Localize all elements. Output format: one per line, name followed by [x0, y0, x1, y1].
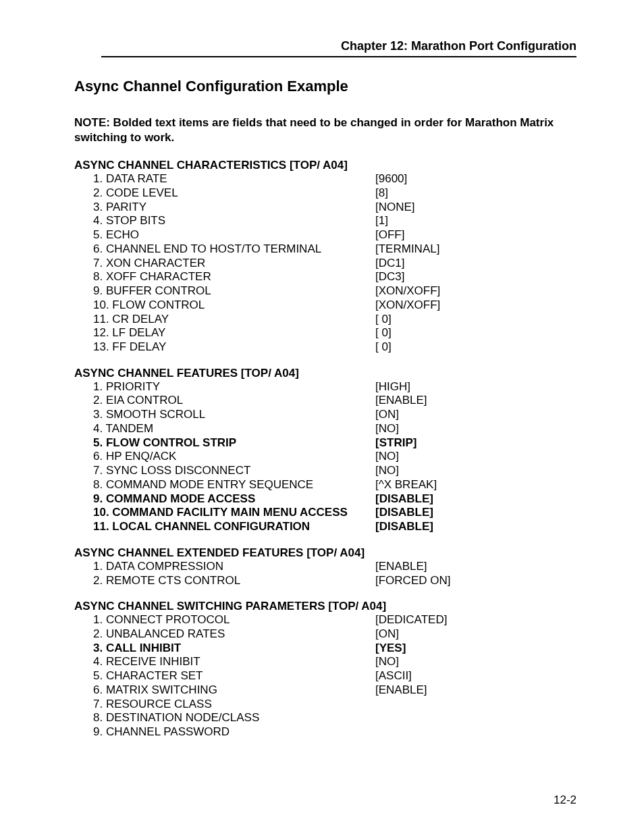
config-row: 9. BUFFER CONTROL[XON/XOFF]	[93, 284, 576, 298]
config-row: 4. TANDEM[NO]	[93, 422, 576, 436]
config-row: 6. CHANNEL END TO HOST/TO TERMINAL[TERMI…	[93, 242, 576, 257]
config-row: 5. CHARACTER SET[ASCII]	[93, 669, 576, 683]
config-value: [NONE]	[375, 201, 415, 215]
config-value: [DEDICATED]	[375, 613, 447, 627]
config-value: [ 0]	[375, 313, 392, 327]
document-page: Chapter 12: Marathon Port Configuration …	[0, 0, 644, 834]
config-row: 1. DATA RATE[9600]	[93, 172, 576, 186]
config-value: [ENABLE]	[375, 394, 427, 408]
config-label: 12. LF DELAY	[93, 326, 375, 340]
config-value: [STRIP]	[375, 436, 417, 450]
config-value: [HIGH]	[375, 380, 410, 394]
config-row: 11. CR DELAY[ 0]	[93, 313, 576, 327]
section-heading: ASYNC CHANNEL SWITCHING PARAMETERS [TOP/…	[74, 600, 576, 613]
config-value: [DISABLE]	[375, 520, 433, 534]
config-label: 7. SYNC LOSS DISCONNECT	[93, 464, 375, 478]
config-row: 13. FF DELAY[ 0]	[93, 340, 576, 355]
config-label: 11. CR DELAY	[93, 313, 375, 327]
config-value: [DISABLE]	[375, 492, 433, 506]
config-label: 8. DESTINATION NODE/CLASS	[93, 711, 375, 725]
config-row: 5. ECHO[OFF]	[93, 228, 576, 242]
config-label: 2. CODE LEVEL	[93, 186, 375, 201]
config-label: 1. DATA RATE	[93, 172, 375, 186]
config-row: 2. EIA CONTROL[ENABLE]	[93, 394, 576, 408]
config-row: 8. XOFF CHARACTER[DC3]	[93, 270, 576, 284]
config-value: [1]	[375, 214, 388, 228]
config-label: 11. LOCAL CHANNEL CONFIGURATION	[93, 520, 375, 534]
config-row: 2. REMOTE CTS CONTROL[FORCED ON]	[93, 574, 576, 588]
config-row: 1. DATA COMPRESSION[ENABLE]	[93, 560, 576, 574]
config-label: 9. CHANNEL PASSWORD	[93, 725, 375, 739]
config-value: [ 0]	[375, 326, 392, 340]
config-value: [DISABLE]	[375, 506, 433, 520]
config-label: 2. UNBALANCED RATES	[93, 627, 375, 642]
chapter-header: Chapter 12: Marathon Port Configuration	[74, 39, 576, 53]
config-label: 5. FLOW CONTROL STRIP	[93, 436, 375, 450]
config-label: 4. STOP BITS	[93, 214, 375, 228]
page-title: Async Channel Configuration Example	[74, 78, 576, 95]
config-value: [ENABLE]	[375, 560, 427, 574]
config-row: 8. COMMAND MODE ENTRY SEQUENCE[^X BREAK]	[93, 478, 576, 492]
config-value: [FORCED ON]	[375, 574, 450, 588]
config-label: 1. CONNECT PROTOCOL	[93, 613, 375, 627]
config-row: 9. COMMAND MODE ACCESS[DISABLE]	[93, 492, 576, 506]
config-row: 6. HP ENQ/ACK[NO]	[93, 450, 576, 464]
config-value: [DC1]	[375, 257, 404, 271]
config-row: 11. LOCAL CHANNEL CONFIGURATION[DISABLE]	[93, 520, 576, 534]
config-label: 8. XOFF CHARACTER	[93, 270, 375, 284]
config-label: 2. REMOTE CTS CONTROL	[93, 574, 375, 588]
config-value: [NO]	[375, 450, 399, 464]
config-value: [8]	[375, 186, 388, 201]
config-row: 4. STOP BITS[1]	[93, 214, 576, 228]
config-label: 3. CALL INHIBIT	[93, 642, 375, 656]
config-row: 7. RESOURCE CLASS	[93, 698, 576, 712]
config-value: [ 0]	[375, 340, 392, 355]
config-label: 1. PRIORITY	[93, 380, 375, 394]
config-value: [ON]	[375, 408, 399, 422]
config-value: [TERMINAL]	[375, 242, 439, 257]
config-label: 1. DATA COMPRESSION	[93, 560, 375, 574]
page-number: 12-2	[74, 793, 576, 807]
config-label: 9. BUFFER CONTROL	[93, 284, 375, 298]
config-row: 12. LF DELAY[ 0]	[93, 326, 576, 340]
config-row: 1. CONNECT PROTOCOL[DEDICATED]	[93, 613, 576, 627]
config-row: 3. CALL INHIBIT[YES]	[93, 642, 576, 656]
config-row: 4. RECEIVE INHIBIT[NO]	[93, 655, 576, 669]
config-label: 13. FF DELAY	[93, 340, 375, 355]
note-text: NOTE: Bolded text items are fields that …	[74, 115, 576, 145]
config-value: [NO]	[375, 655, 399, 669]
config-value: [^X BREAK]	[375, 478, 437, 492]
config-value: [NO]	[375, 464, 399, 478]
config-row: 10. FLOW CONTROL[XON/XOFF]	[93, 298, 576, 313]
section-heading: ASYNC CHANNEL FEATURES [TOP/ A04]	[74, 367, 576, 380]
config-row: 2. CODE LEVEL[8]	[93, 186, 576, 201]
config-row: 5. FLOW CONTROL STRIP[STRIP]	[93, 436, 576, 450]
sections-container: ASYNC CHANNEL CHARACTERISTICS [TOP/ A04]…	[74, 159, 576, 739]
config-label: 6. HP ENQ/ACK	[93, 450, 375, 464]
config-label: 5. CHARACTER SET	[93, 669, 375, 683]
config-row: 2. UNBALANCED RATES[ON]	[93, 627, 576, 642]
config-value: [9600]	[375, 172, 407, 186]
config-label: 6. MATRIX SWITCHING	[93, 683, 375, 698]
config-value: [ENABLE]	[375, 683, 427, 698]
config-value: [DC3]	[375, 270, 404, 284]
config-row: 7. XON CHARACTER[DC1]	[93, 257, 576, 271]
config-label: 3. SMOOTH SCROLL	[93, 408, 375, 422]
config-label: 10. COMMAND FACILITY MAIN MENU ACCESS	[93, 506, 375, 520]
config-label: 4. RECEIVE INHIBIT	[93, 655, 375, 669]
config-row: 8. DESTINATION NODE/CLASS	[93, 711, 576, 725]
config-label: 3. PARITY	[93, 201, 375, 215]
config-row: 3. PARITY[NONE]	[93, 201, 576, 215]
config-row: 6. MATRIX SWITCHING[ENABLE]	[93, 683, 576, 698]
config-row: 3. SMOOTH SCROLL[ON]	[93, 408, 576, 422]
section-heading: ASYNC CHANNEL EXTENDED FEATURES [TOP/ A0…	[74, 546, 576, 560]
config-value: [ASCII]	[375, 669, 412, 683]
config-label: 9. COMMAND MODE ACCESS	[93, 492, 375, 506]
config-value: [YES]	[375, 642, 406, 656]
config-label: 10. FLOW CONTROL	[93, 298, 375, 313]
config-label: 5. ECHO	[93, 228, 375, 242]
config-row: 9. CHANNEL PASSWORD	[93, 725, 576, 739]
config-value: [NO]	[375, 422, 399, 436]
config-value: [XON/XOFF]	[375, 284, 440, 298]
config-label: 4. TANDEM	[93, 422, 375, 436]
